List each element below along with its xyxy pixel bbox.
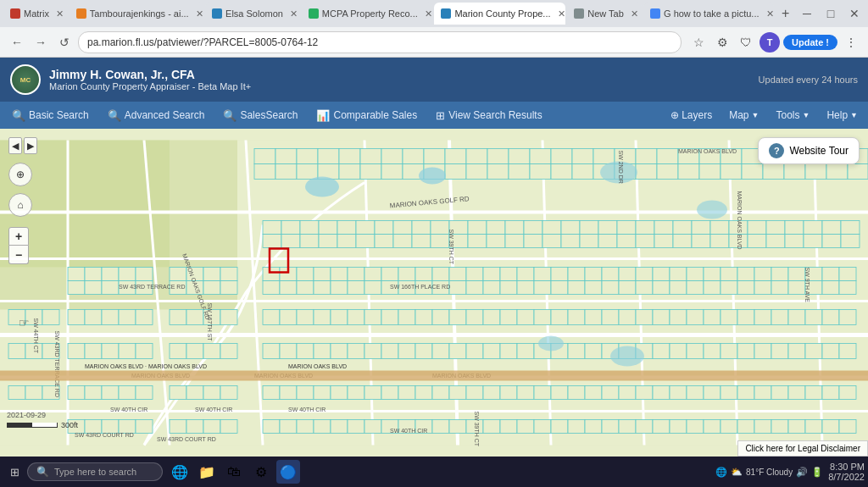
back-button[interactable]: ← — [7, 32, 27, 53]
svg-rect-92 — [561, 221, 580, 235]
svg-rect-227 — [839, 281, 856, 295]
tab-marion-active[interactable]: Marion County Prope... ✕ — [434, 3, 565, 25]
tab-close[interactable]: ✕ — [631, 8, 638, 19]
shield-icon[interactable]: 🛡 — [736, 32, 756, 53]
svg-rect-91 — [542, 221, 561, 235]
menu-button[interactable]: ⋮ — [841, 32, 861, 53]
nav-layers[interactable]: ⊕ Layers — [664, 106, 719, 125]
tab-tambour[interactable]: Tambourajenkings - ai... ✕ — [70, 3, 203, 25]
svg-rect-107 — [841, 221, 860, 235]
svg-rect-18 — [254, 149, 275, 164]
svg-text:MARION OAKS BLVD · MARION OAKS: MARION OAKS BLVD · MARION OAKS BLVD — [85, 363, 207, 369]
legal-disclaimer-button[interactable]: Click here for Legal Disclaimer — [737, 440, 868, 457]
svg-rect-69 — [721, 164, 742, 180]
svg-rect-132 — [710, 235, 729, 248]
website-tour-bubble[interactable]: ? Website Tour — [758, 137, 860, 164]
svg-rect-236 — [170, 310, 186, 325]
svg-rect-199 — [364, 281, 381, 295]
taskbar-settings-icon[interactable]: ⚙ — [249, 460, 273, 484]
nav-help[interactable]: Help ▼ — [820, 106, 865, 125]
nav-map[interactable]: Map ▼ — [722, 106, 765, 125]
svg-rect-388 — [432, 420, 449, 434]
tab-close[interactable]: ✕ — [196, 8, 203, 19]
windows-start-button[interactable]: ⊞ — [3, 461, 25, 483]
nav-comparable-sales[interactable]: 📊 Comparable Sales — [308, 106, 426, 125]
profile-button[interactable]: T — [760, 32, 780, 53]
tab-close[interactable]: ✕ — [425, 8, 432, 19]
svg-rect-374 — [170, 420, 186, 434]
tab-close[interactable]: ✕ — [766, 8, 774, 19]
svg-rect-162 — [483, 268, 500, 281]
svg-rect-282 — [136, 344, 153, 359]
nav-sales-search[interactable]: 🔍 SalesSearch — [214, 106, 306, 125]
svg-rect-78 — [300, 221, 319, 235]
search-icon: 🔍 — [223, 109, 236, 122]
logo-seal: MC — [12, 66, 39, 93]
svg-rect-403 — [687, 420, 704, 434]
bookmark-icon[interactable]: ☆ — [688, 32, 709, 53]
update-button[interactable]: Update ! — [783, 35, 837, 50]
map-house-button[interactable]: ⌂ — [8, 193, 32, 217]
map-zoom-out-button[interactable]: − — [8, 246, 29, 264]
svg-rect-155 — [364, 268, 381, 281]
svg-rect-52 — [360, 164, 381, 180]
tab-elsa[interactable]: Elsa Solomon ✕ — [205, 3, 300, 25]
taskbar-date: 8/7/2022 — [828, 472, 865, 482]
app-logo: MC — [10, 64, 41, 95]
app-title-block: Jimmy H. Cowan, Jr., CFA Marion County P… — [49, 68, 251, 92]
tab-mcpa[interactable]: MCPA Property Reco... ✕ — [302, 3, 433, 25]
map-zoom-in-button[interactable]: + — [8, 227, 29, 246]
taskbar-store-icon[interactable]: 🛍 — [222, 460, 246, 484]
svg-rect-179 — [771, 268, 788, 281]
svg-rect-108 — [263, 235, 281, 248]
add-tab-button[interactable]: + — [776, 3, 795, 24]
address-bar[interactable] — [78, 31, 682, 53]
nav-tools[interactable]: Tools ▼ — [769, 106, 816, 125]
map-prev-next: ◀ ▶ — [8, 137, 37, 154]
svg-rect-154 — [348, 268, 364, 281]
svg-rect-206 — [483, 281, 500, 295]
map-canvas[interactable]: MARION OAKS GOLF RD SW 166TH PLACE RD SW… — [0, 129, 868, 457]
svg-rect-198 — [348, 281, 364, 295]
map-next-button[interactable]: ▶ — [24, 137, 37, 154]
tab-close[interactable]: ✕ — [56, 8, 64, 19]
svg-rect-131 — [692, 235, 710, 248]
svg-rect-266 — [704, 310, 721, 325]
tab-matrix[interactable]: Matrix ✕ — [3, 3, 68, 25]
svg-rect-328 — [119, 386, 136, 400]
map-prev-button[interactable]: ◀ — [8, 137, 22, 154]
svg-rect-252 — [466, 310, 483, 325]
extensions-icon[interactable]: ⚙ — [712, 32, 732, 53]
tab-close[interactable]: ✕ — [558, 8, 565, 19]
map-area[interactable]: MARION OAKS GOLF RD SW 166TH PLACE RD SW… — [0, 129, 868, 457]
taskbar-chrome-icon[interactable]: 🔵 — [276, 460, 300, 484]
map-home-button[interactable]: ⊕ — [8, 163, 32, 186]
svg-rect-399 — [619, 420, 636, 434]
svg-rect-148 — [220, 268, 237, 281]
svg-rect-353 — [585, 386, 602, 400]
svg-rect-207 — [500, 281, 517, 295]
svg-rect-401 — [653, 420, 670, 434]
nav-view-results[interactable]: ⊞ View Search Results — [427, 106, 551, 125]
svg-rect-151 — [297, 268, 314, 281]
minimize-button[interactable]: ─ — [797, 3, 817, 24]
tab-newtab[interactable]: New Tab ✕ — [567, 3, 642, 25]
taskbar-search[interactable]: 🔍 Type here to search — [27, 462, 163, 481]
taskbar-edge-icon[interactable]: 🌐 — [168, 460, 192, 484]
nav-advanced-search[interactable]: 🔍 Advanced Search — [99, 106, 214, 125]
close-button[interactable]: ✕ — [844, 3, 865, 24]
tab-close[interactable]: ✕ — [290, 8, 298, 19]
forward-button[interactable]: → — [31, 32, 51, 53]
tab-google[interactable]: G how to take a pictu... ✕ — [643, 3, 774, 25]
svg-rect-294 — [381, 344, 398, 359]
svg-rect-97 — [654, 221, 673, 235]
taskbar-folder-icon[interactable]: 📁 — [195, 460, 219, 484]
svg-rect-382 — [331, 420, 348, 434]
svg-rect-314 — [721, 344, 737, 359]
maximize-button[interactable]: □ — [821, 3, 841, 24]
svg-rect-344 — [432, 386, 449, 400]
svg-rect-134 — [748, 235, 766, 248]
nav-basic-search[interactable]: 🔍 Basic Search — [3, 106, 97, 125]
reload-button[interactable]: ↺ — [54, 32, 75, 53]
svg-rect-376 — [203, 420, 220, 434]
